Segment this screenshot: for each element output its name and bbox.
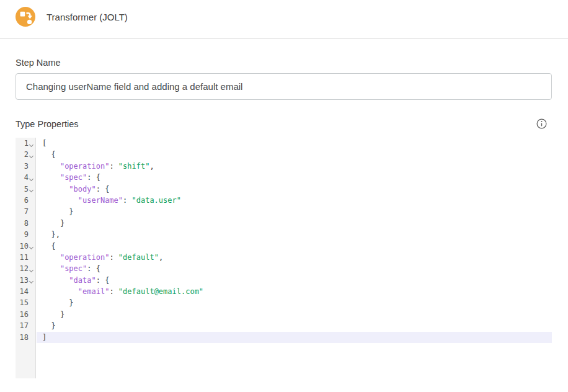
code-row[interactable]: 3 "operation": "shift", xyxy=(16,161,552,172)
json-punctuation: } xyxy=(42,321,56,330)
json-code-editor[interactable]: 1 [ 2 { 3 "operation": "shift", 4 "spec"… xyxy=(16,138,552,386)
code-line[interactable]: } xyxy=(37,206,552,217)
gutter-cell[interactable]: 16 xyxy=(16,309,37,320)
gutter-cell[interactable]: 14 xyxy=(16,286,37,297)
gutter-cell[interactable]: 9 xyxy=(16,229,37,240)
code-row[interactable]: 14 "email": "default@email.com" xyxy=(16,286,552,297)
step-name-input[interactable] xyxy=(16,73,552,100)
fold-chevron-icon[interactable] xyxy=(29,143,34,146)
code-line[interactable]: } xyxy=(37,297,552,308)
code-row[interactable]: 10 { xyxy=(16,241,552,252)
json-key: "operation" xyxy=(60,253,109,262)
fold-chevron-icon[interactable] xyxy=(29,177,34,180)
json-punctuation xyxy=(42,185,69,194)
fold-chevron-icon[interactable] xyxy=(29,154,34,158)
code-line[interactable]: "spec": { xyxy=(37,172,552,183)
line-number: 15 xyxy=(20,297,29,308)
json-punctuation xyxy=(42,287,78,296)
code-row[interactable]: 15 } xyxy=(16,297,552,308)
code-line[interactable]: ] xyxy=(37,332,552,343)
gutter-cell[interactable]: 4 xyxy=(16,172,37,183)
code-line[interactable]: "operation": "default", xyxy=(37,252,552,263)
json-string: "data.user" xyxy=(132,196,181,205)
code-row[interactable]: 16 } xyxy=(16,309,552,320)
gutter-cell[interactable]: 1 xyxy=(16,138,37,149)
json-string: "shift" xyxy=(118,162,150,171)
code-line[interactable]: "body": { xyxy=(37,184,552,195)
gutter-cell[interactable]: 12 xyxy=(16,263,37,274)
gutter-cell[interactable]: 6 xyxy=(16,195,37,206)
code-row[interactable]: 2 { xyxy=(16,149,552,160)
json-punctuation: { xyxy=(42,150,56,159)
fold-chevron-icon[interactable] xyxy=(29,246,34,249)
code-row[interactable]: 7 } xyxy=(16,206,552,217)
gutter-cell[interactable]: 8 xyxy=(16,218,37,229)
json-punctuation: : { xyxy=(96,276,110,285)
gutter-cell[interactable]: 5 xyxy=(16,184,37,195)
code-row[interactable]: 5 "body": { xyxy=(16,184,552,195)
code-line[interactable]: } xyxy=(37,309,552,320)
info-icon[interactable] xyxy=(536,118,547,129)
code-row[interactable]: 11 "operation": "default", xyxy=(16,252,552,263)
line-number: 13 xyxy=(20,275,29,286)
json-punctuation: : xyxy=(123,196,131,205)
code-line[interactable]: "data": { xyxy=(37,275,552,286)
code-row[interactable]: 12 "spec": { xyxy=(16,263,552,274)
header-divider xyxy=(0,38,568,39)
line-number: 3 xyxy=(24,161,29,172)
json-punctuation: }, xyxy=(42,230,60,239)
code-row[interactable]: 17 } xyxy=(16,320,552,331)
code-row[interactable]: 4 "spec": { xyxy=(16,172,552,183)
json-key: "userName" xyxy=(78,196,123,205)
code-row[interactable]: 13 "data": { xyxy=(16,275,552,286)
json-key: "email" xyxy=(78,287,110,296)
fold-chevron-icon[interactable] xyxy=(29,189,34,192)
gutter-cell[interactable]: 13 xyxy=(16,275,37,286)
json-punctuation xyxy=(42,264,60,273)
code-row[interactable]: 6 "userName": "data.user" xyxy=(16,195,552,206)
gutter-cell[interactable]: 15 xyxy=(16,297,37,308)
line-number: 6 xyxy=(24,195,29,206)
line-number: 5 xyxy=(24,184,29,195)
fold-chevron-icon[interactable] xyxy=(29,269,34,272)
json-punctuation xyxy=(42,173,60,182)
line-number: 18 xyxy=(20,332,29,343)
code-line[interactable]: { xyxy=(37,241,552,252)
code-row[interactable]: 1 [ xyxy=(16,138,552,149)
gutter-cell[interactable]: 17 xyxy=(16,320,37,331)
code-line[interactable]: { xyxy=(37,149,552,160)
code-row[interactable]: 18 ] xyxy=(16,332,552,343)
line-number: 14 xyxy=(20,286,29,297)
code-row[interactable]: 9 }, xyxy=(16,229,552,240)
code-line[interactable]: "operation": "shift", xyxy=(37,161,552,172)
code-line[interactable]: }, xyxy=(37,229,552,240)
gutter-cell[interactable]: 11 xyxy=(16,252,37,263)
json-punctuation: : xyxy=(109,162,118,171)
line-number: 4 xyxy=(24,172,29,183)
json-punctuation xyxy=(42,162,60,171)
gutter-cell[interactable]: 2 xyxy=(16,149,37,160)
code-line[interactable]: [ xyxy=(37,138,552,149)
json-punctuation xyxy=(42,196,78,205)
code-line[interactable]: "email": "default@email.com" xyxy=(37,286,552,297)
json-key: "body" xyxy=(69,185,95,194)
line-number: 8 xyxy=(24,218,29,229)
code-row[interactable]: 8 } xyxy=(16,218,552,229)
line-number: 7 xyxy=(24,206,29,217)
step-config-panel: Step Name Type Properties 1 [ 2 { 3 xyxy=(0,58,568,386)
code-line[interactable]: "spec": { xyxy=(37,263,552,274)
json-punctuation: , xyxy=(149,162,154,171)
code-line[interactable]: } xyxy=(37,218,552,229)
code-line[interactable]: "userName": "data.user" xyxy=(37,195,552,206)
type-properties-row: Type Properties xyxy=(16,118,552,129)
line-number: 12 xyxy=(20,263,29,274)
json-key: "spec" xyxy=(60,264,87,273)
gutter-cell[interactable]: 18 xyxy=(16,332,37,343)
code-lines: 1 [ 2 { 3 "operation": "shift", 4 "spec"… xyxy=(16,138,552,343)
gutter-cell[interactable]: 10 xyxy=(16,241,37,252)
gutter-cell[interactable]: 7 xyxy=(16,206,37,217)
line-number: 10 xyxy=(20,241,29,252)
fold-chevron-icon[interactable] xyxy=(29,280,34,283)
code-line[interactable]: } xyxy=(37,320,552,331)
gutter-cell[interactable]: 3 xyxy=(16,161,37,172)
